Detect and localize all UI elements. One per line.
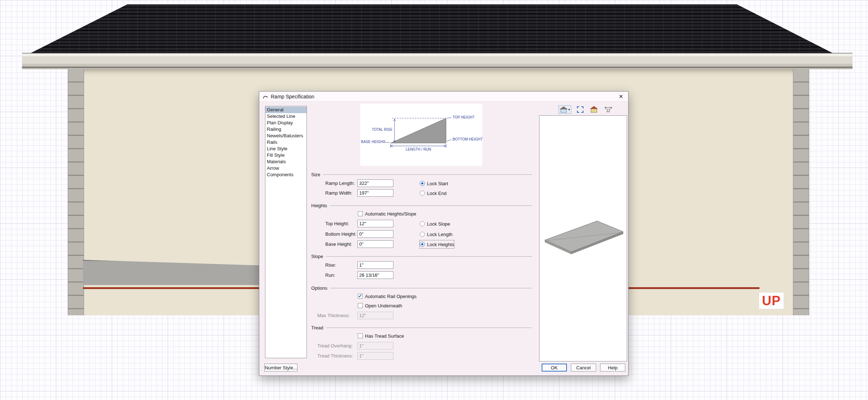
dimension-icon: 12	[604, 106, 613, 113]
dialog-title: Ramp Specification	[271, 94, 314, 99]
rise-label: Rise:	[325, 261, 336, 269]
svg-text:12: 12	[606, 109, 611, 113]
lock-heights-label: Lock Heights	[427, 242, 454, 247]
ramp-length-label: Ramp Length:	[325, 179, 355, 187]
camera-view-button[interactable]: ▾	[559, 105, 571, 114]
ramp-specification-dialog: Ramp Specification ✕ General Selected Li…	[259, 91, 629, 376]
fill-window-button[interactable]	[576, 105, 585, 114]
run-input[interactable]	[357, 271, 393, 279]
ramp-diagram-drawing	[360, 104, 482, 166]
lock-end-radio[interactable]: Lock End	[420, 189, 446, 197]
sidebar-item-components[interactable]: Components	[265, 172, 307, 178]
max-thickness-input	[357, 312, 393, 319]
max-thickness-label: Max Thickness:	[317, 312, 350, 320]
sidebar-item-plan-display[interactable]: Plan Display	[265, 120, 307, 126]
radio-icon	[420, 191, 425, 196]
color-view-button[interactable]	[589, 105, 599, 114]
sidebar-item-arrow[interactable]: Arrow	[265, 165, 307, 172]
checkbox-icon	[358, 303, 363, 308]
corner-trim-right	[793, 69, 809, 315]
sidebar-item-newels-balusters[interactable]: Newels/Balusters	[265, 133, 307, 139]
bottom-height-label: Bottom Height:	[325, 230, 356, 238]
diagram-label-base-height: BASE HEIGHT	[361, 140, 385, 144]
automatic-rail-openings-label: Automatic Rail Openings	[365, 294, 417, 299]
run-label: Run:	[325, 271, 335, 279]
sidebar-item-railing[interactable]: Railing	[265, 126, 307, 133]
lock-length-radio[interactable]: Lock Length	[420, 230, 453, 238]
top-height-input[interactable]	[357, 220, 393, 227]
sidebar-item-rails[interactable]: Rails	[265, 139, 307, 146]
ok-button[interactable]: OK	[542, 364, 567, 372]
checkbox-icon	[358, 211, 363, 216]
lock-start-label: Lock Start	[427, 181, 448, 186]
radio-icon	[420, 232, 425, 237]
fill-window-icon	[577, 106, 584, 113]
diagram-label-bottom-height: BOTTOM HEIGHT	[453, 137, 483, 141]
roof-fascia-band	[22, 53, 852, 69]
section-size: Size	[311, 172, 532, 177]
lock-slope-label: Lock Slope	[427, 221, 450, 227]
help-button[interactable]: Help	[600, 364, 625, 372]
sidebar-item-line-style[interactable]: Line Style	[265, 146, 307, 152]
preview-pane[interactable]	[539, 115, 627, 361]
dropdown-arrow-icon: ▾	[568, 108, 570, 111]
has-tread-surface-checkbox[interactable]: Has Tread Surface	[358, 332, 404, 340]
section-options: Options	[311, 285, 532, 291]
diagram-label-length-run: LENGTH / RUN	[406, 147, 431, 151]
close-icon[interactable]: ✕	[617, 93, 625, 100]
checkbox-icon	[358, 333, 363, 338]
sidebar-item-materials[interactable]: Materials	[265, 159, 307, 165]
sidebar-item-general[interactable]: General	[265, 107, 307, 113]
radio-icon	[420, 242, 425, 247]
bottom-height-input[interactable]	[357, 230, 393, 238]
sidebar-item-selected-line[interactable]: Selected Line	[265, 113, 307, 120]
diagram-label-top-height: TOP HEIGHT	[453, 115, 475, 119]
up-text: UP	[762, 293, 781, 308]
open-underneath-label: Open Underneath	[365, 303, 402, 308]
dimension-button[interactable]: 12	[603, 105, 613, 114]
color-view-icon	[590, 106, 598, 113]
section-slope: Slope	[311, 253, 532, 259]
camera-view-icon	[560, 106, 568, 113]
base-height-label: Base Height:	[325, 240, 352, 248]
ramp-width-input[interactable]	[357, 189, 393, 197]
lock-end-label: Lock End	[427, 191, 446, 196]
automatic-rail-openings-checkbox[interactable]: Automatic Rail Openings	[358, 292, 417, 300]
top-height-label: Top Height:	[325, 220, 349, 228]
corner-trim-left	[68, 69, 84, 315]
open-underneath-checkbox[interactable]: Open Underneath	[358, 302, 402, 310]
checkbox-icon	[358, 294, 363, 299]
radio-icon	[420, 221, 425, 226]
has-tread-surface-label: Has Tread Surface	[365, 333, 404, 339]
sidebar-item-fill-style[interactable]: Fill Style	[265, 152, 307, 159]
lock-heights-radio[interactable]: Lock Heights	[420, 240, 454, 248]
radio-icon	[420, 181, 425, 186]
diagram-label-total-rise: TOTAL RISE	[372, 128, 392, 132]
panel-list: General Selected Line Plan Display Raili…	[265, 106, 307, 358]
automatic-heights-label: Automatic Heights/Slope	[365, 211, 416, 217]
rise-input[interactable]	[357, 261, 393, 269]
lock-start-radio[interactable]: Lock Start	[420, 179, 448, 187]
preview-toolbar: ▾ 12	[559, 105, 613, 114]
ramp-icon	[263, 94, 268, 99]
lock-slope-radio[interactable]: Lock Slope	[420, 220, 450, 228]
cancel-button[interactable]: Cancel	[571, 364, 596, 372]
number-style-button[interactable]: Number Style...	[264, 364, 298, 372]
tread-overhang-input	[357, 342, 393, 350]
section-heights: Heights	[311, 203, 532, 208]
lock-length-label: Lock Length	[427, 232, 453, 237]
base-height-input[interactable]	[357, 240, 393, 248]
dialog-titlebar[interactable]: Ramp Specification ✕	[259, 92, 628, 102]
tread-overhang-label: Tread Overhang:	[317, 342, 353, 350]
ramp-length-input[interactable]	[357, 179, 393, 187]
section-tread: Tread	[311, 325, 532, 330]
automatic-heights-checkbox[interactable]: Automatic Heights/Slope	[358, 210, 416, 218]
ramp-diagram: TOP HEIGHT TOTAL RISE BASE HEIGHT BOTTOM…	[360, 104, 482, 166]
tread-thickness-input	[357, 352, 393, 360]
ramp-up-label: UP	[759, 292, 784, 309]
ramp-width-label: Ramp Width:	[325, 189, 352, 197]
ramp-3d-preview	[539, 116, 627, 361]
tread-thickness-label: Tread Thickness:	[317, 352, 353, 360]
house-roof	[30, 4, 833, 53]
